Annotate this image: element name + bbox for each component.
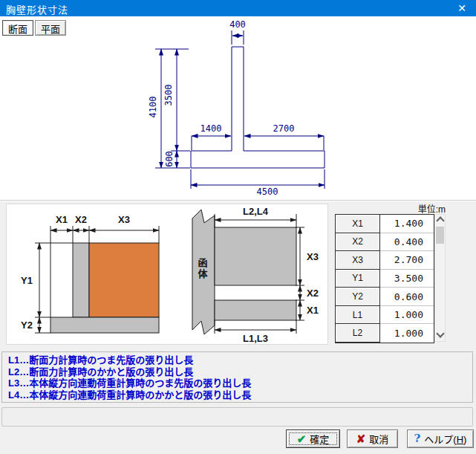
footing-fill: [50, 317, 159, 333]
scroll-up-icon[interactable]: [435, 215, 445, 226]
table-row: Y20.600: [336, 288, 434, 306]
check-icon: ✔: [297, 433, 307, 444]
dim-top-width: 400: [229, 19, 246, 30]
label-x2: X2: [75, 214, 87, 225]
legend-notes-box: L1…断面力計算時のつま先版の張り出し長 L2…断面力計算時のかかと版の張り出し…: [1, 351, 473, 403]
backfill-fill: [89, 243, 159, 317]
dim-wall-height: 3500: [163, 85, 174, 106]
value-x3[interactable]: 2.700: [380, 251, 434, 270]
dialog-window: 胸壁形状寸法 ✕ 断面 平面: [0, 0, 476, 454]
cancel-button[interactable]: ✘ 取消: [347, 429, 398, 448]
value-l2[interactable]: 1.000: [380, 324, 434, 343]
table-row: X11.400: [336, 215, 434, 233]
help-button[interactable]: ? ヘルプ(H): [407, 429, 474, 448]
label-plan-x3: X3: [307, 251, 319, 262]
value-y2[interactable]: 0.600: [380, 288, 434, 306]
table-scrollbar[interactable]: [434, 214, 446, 342]
label-l2l4: L2,L4: [243, 206, 268, 217]
scroll-down-icon[interactable]: [435, 330, 445, 341]
row-header-x1[interactable]: X1: [335, 214, 380, 233]
dimension-diagram-box: X1 X2 X3 Y1 Y2 L2,L4 X3 X2 X1 L1,L3 函体: [6, 204, 328, 345]
label-plan-x1: X1: [307, 305, 319, 316]
scrollbar-thumb[interactable]: [436, 227, 444, 244]
value-x2[interactable]: 0.400: [380, 233, 434, 252]
cross-icon: ✘: [356, 433, 366, 444]
label-plan-x2: X2: [307, 288, 319, 299]
dim-footing-height: 600: [164, 151, 175, 167]
help-button-label: ヘルプ(H): [424, 432, 466, 446]
confirm-button-label: 確定: [310, 432, 329, 446]
label-x3: X3: [118, 214, 130, 225]
question-icon: ?: [414, 433, 421, 444]
table-row: L21.000: [336, 324, 434, 343]
label-culvert-body: 函体: [195, 258, 209, 280]
status-strip: [1, 407, 473, 427]
row-header-l2[interactable]: L2: [335, 323, 380, 343]
dialog-title: 胸壁形状寸法: [6, 2, 68, 16]
unit-label: 単位:m: [401, 202, 446, 215]
dimension-diagrams: [7, 204, 327, 344]
dim-total-height: 4100: [148, 97, 158, 118]
label-y1: Y1: [21, 275, 33, 286]
label-y2: Y2: [21, 320, 33, 331]
dim-heel-width: 2700: [273, 123, 295, 134]
table-row: X32.700: [336, 251, 434, 270]
row-header-x2[interactable]: X2: [335, 233, 380, 252]
row-header-y1[interactable]: Y1: [335, 269, 380, 288]
dimension-table: X11.400 X20.400 X32.700 Y13.500 Y20.600 …: [335, 214, 434, 343]
cancel-button-label: 取消: [369, 432, 388, 446]
row-header-x3[interactable]: X3: [335, 250, 380, 270]
row-header-l1[interactable]: L1: [335, 305, 380, 325]
row-header-y2[interactable]: Y2: [335, 287, 380, 306]
lower-panel: X1 X2 X3 Y1 Y2 L2,L4 X3 X2 X1 L1,L3 函体 単…: [0, 201, 476, 454]
note-l4: L4…本体縦方向連動荷重計算時のかかと版の張り出し長: [8, 389, 466, 401]
note-l1: L1…断面力計算時のつま先版の張り出し長: [8, 354, 466, 366]
table-row: Y13.500: [336, 270, 434, 288]
value-x1[interactable]: 1.400: [380, 215, 434, 233]
title-bar: 胸壁形状寸法 ✕: [0, 0, 476, 16]
value-y1[interactable]: 3.500: [380, 270, 434, 288]
label-l1l3: L1,L3: [243, 333, 268, 344]
toe-slab-plan: [215, 300, 296, 320]
section-drawing: [0, 16, 476, 200]
wall-outline: [191, 47, 325, 168]
note-l3: L3…本体縦方向連動荷重計算時のつま先版の張り出し長: [8, 377, 466, 389]
close-icon[interactable]: ✕: [452, 0, 472, 16]
section-preview-pane: 断面 平面: [0, 16, 476, 200]
label-x1: X1: [56, 214, 68, 225]
note-l2: L2…断面力計算時のかかと版の張り出し長: [8, 366, 466, 378]
dim-toe-width: 1400: [200, 123, 222, 134]
stem-fill: [73, 243, 89, 317]
table-row: X20.400: [336, 233, 434, 252]
value-l1[interactable]: 1.000: [380, 306, 434, 325]
heel-slab-plan: [215, 227, 296, 285]
confirm-button[interactable]: ✔ 確定: [286, 429, 340, 448]
dim-total-width: 4500: [257, 187, 278, 197]
table-row: L11.000: [336, 306, 434, 325]
